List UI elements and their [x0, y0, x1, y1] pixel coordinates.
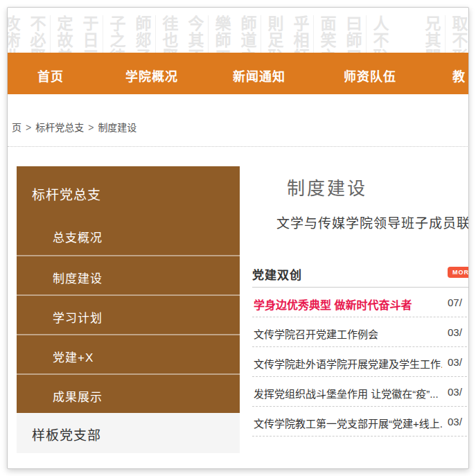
- calligraphy-column: 徍也賢: [156, 15, 182, 53]
- breadcrumb-separator: >: [26, 122, 31, 133]
- calligraphy-column: 于日三: [77, 15, 103, 53]
- nav-item-faculty[interactable]: 师资队伍: [344, 67, 396, 85]
- breadcrumb: 页>标杆党总支>制度建设: [12, 120, 136, 134]
- news-link[interactable]: 文传学院赴外语学院开展党建及学生工作...: [254, 356, 442, 371]
- sidebar-item-partyx[interactable]: 党建+X: [17, 334, 240, 373]
- calligraphy-column: 曰師曰: [340, 15, 367, 53]
- news-row: 文传学院赴外语学院开展党建及学生工作... 03/: [252, 347, 469, 377]
- nav-item-news[interactable]: 新闻通知: [233, 67, 285, 85]
- news-date: 03/: [448, 326, 462, 338]
- sidebar-group-header[interactable]: 标杆党总支: [17, 166, 240, 215]
- main-nav: 首页 学院概况 新闻通知 师资队伍 教: [8, 53, 469, 94]
- breadcrumb-home[interactable]: 页: [12, 122, 21, 133]
- breadcrumb-branch[interactable]: 标杆党总支: [35, 122, 84, 133]
- calligraphy-column: 定故弟: [51, 15, 77, 53]
- featured-article-link[interactable]: 文学与传媒学院领导班子成员联: [276, 213, 469, 231]
- calligraphy-column: 則足恥: [261, 15, 288, 53]
- calligraphy-column: 面笑之: [314, 15, 340, 53]
- news-date: 03/: [448, 416, 462, 427]
- calligraphy-column: 師郯子: [130, 15, 156, 53]
- news-row: 学身边优秀典型 做新时代奋斗者 07/: [252, 288, 469, 317]
- calligraphy-column: [393, 15, 419, 53]
- calligraphy-column: 子之徒: [103, 15, 130, 53]
- sidebar-item-studyplan[interactable]: 学习计划: [17, 294, 240, 334]
- nav-item-overview[interactable]: 学院概况: [125, 67, 178, 85]
- calligraphy-banner: 攻術业 不必賢 定故弟 于日三 子之徒 師郯子 徍也賢 今其不 樂師工 師道之 …: [8, 8, 469, 53]
- news-panel: 党建双创 MORE 学身边优秀典型 做新时代奋斗者 07/ 文传学院召开党建工作…: [252, 265, 469, 437]
- news-row: 发挥党组织战斗堡垒作用 让党徽在“疫”... 03/: [252, 377, 469, 407]
- calligraphy-column: 取不形: [446, 15, 469, 53]
- news-section-header: 党建双创 MORE: [252, 265, 469, 288]
- news-link[interactable]: 文传学院召开党建工作例会: [254, 326, 378, 341]
- nav-item-teaching[interactable]: 教: [452, 67, 466, 85]
- news-row: 文传学院教工第一党支部开展“党建+线上... 03/: [252, 407, 469, 437]
- sidebar-group-model-branch[interactable]: 样板党支部: [17, 413, 240, 453]
- news-date: 03/: [448, 356, 462, 368]
- breadcrumb-divider: [8, 146, 469, 147]
- news-section-title: 党建双创: [252, 269, 302, 282]
- calligraphy-column: 不必賢: [24, 15, 51, 53]
- news-link[interactable]: 学身边优秀典型 做新时代奋斗者: [254, 296, 412, 312]
- news-link[interactable]: 文传学院教工第一党支部开展“党建+线上...: [254, 416, 442, 430]
- more-button[interactable]: MORE: [448, 267, 469, 278]
- sidebar-item-results[interactable]: 成果展示: [17, 373, 240, 413]
- calligraphy-column: 攻術业: [8, 15, 24, 53]
- calligraphy-column: 師道之: [235, 15, 261, 53]
- news-date: 07/: [448, 297, 462, 308]
- breadcrumb-separator: >: [88, 122, 94, 133]
- page-frame: 攻術业 不必賢 定故弟 于日三 子之徒 師郯子 徍也賢 今其不 樂師工 師道之 …: [7, 7, 469, 469]
- nav-item-home[interactable]: 首页: [37, 67, 64, 85]
- breadcrumb-current: 制度建设: [98, 122, 136, 133]
- calligraphy-column: 人不恥: [367, 15, 393, 53]
- sidebar-item-overview[interactable]: 总支概况: [17, 215, 240, 255]
- sidebar-item-system[interactable]: 制度建设: [17, 255, 240, 294]
- news-link[interactable]: 发挥党组织战斗堡垒作用 让党徽在“疫”...: [254, 386, 439, 400]
- news-date: 03/: [448, 386, 462, 398]
- news-row: 文传学院召开党建工作例会 03/: [252, 317, 469, 347]
- calligraphy-columns: 攻術业 不必賢 定故弟 于日三 子之徒 師郯子 徍也賢 今其不 樂師工 師道之 …: [8, 15, 469, 53]
- calligraphy-column: 今其不: [182, 15, 209, 53]
- sidebar-group-benchmark: 标杆党总支 总支概况 制度建设 学习计划 党建+X 成果展示: [17, 166, 240, 413]
- calligraphy-column: 乎相師: [288, 15, 314, 53]
- calligraphy-column: 兄其聞: [419, 15, 446, 53]
- page-title: 制度建设: [287, 174, 367, 200]
- calligraphy-column: 樂師工: [209, 15, 235, 53]
- sidebar: 标杆党总支 总支概况 制度建设 学习计划 党建+X 成果展示 样板党支部: [17, 166, 240, 453]
